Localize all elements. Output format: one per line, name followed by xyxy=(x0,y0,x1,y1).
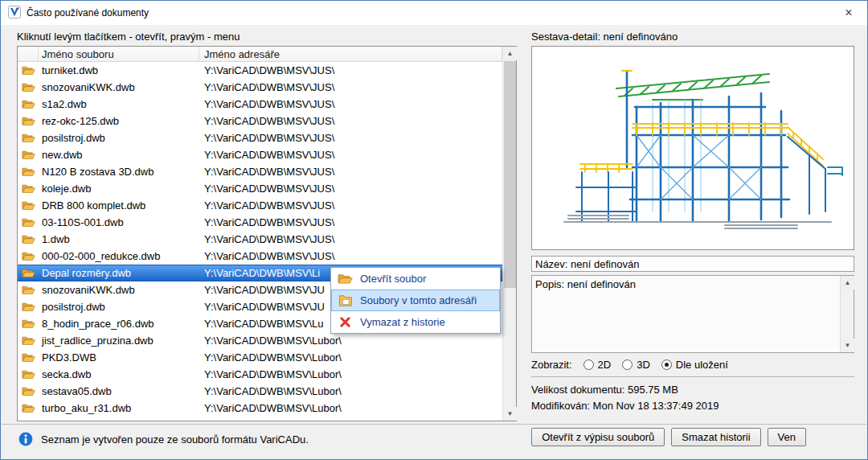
right-separator xyxy=(531,376,854,377)
open-from-file-list-button[interactable]: Otevřít z výpisu souborů xyxy=(531,428,665,446)
folder-icon xyxy=(18,302,39,312)
file-name-cell: koleje.dwb xyxy=(39,183,199,195)
scroll-up-icon[interactable]: ▲ xyxy=(503,47,517,60)
menu-item-open-file[interactable]: Otevřít soubor xyxy=(331,268,500,290)
close-button[interactable]: × xyxy=(830,1,867,25)
scroll-up-icon[interactable]: ▲ xyxy=(841,276,854,290)
model-preview xyxy=(531,46,854,250)
detail-header: Sestava-detail: není definováno xyxy=(531,31,678,43)
table-row[interactable]: 03-110S-001.dwb Y:\VariCAD\DWB\MSV\JUS\ xyxy=(18,214,502,231)
radio-circle-icon xyxy=(661,359,672,370)
dir-name-cell: Y:\VariCAD\DWB\MSV\JUS\ xyxy=(199,233,502,245)
open-folder-icon xyxy=(338,273,353,285)
scrollbar-thumb[interactable] xyxy=(504,61,516,288)
table-row[interactable]: posilstroj.dwb Y:\VariCAD\DWB\MSV\JUS\ xyxy=(18,129,502,146)
radio-circle-icon xyxy=(622,359,633,370)
menu-item-files-in-directory[interactable]: Soubory v tomto adresáři xyxy=(331,290,500,311)
table-row[interactable]: secka.dwb Y:\VariCAD\DWB\MSV\Lubor\ xyxy=(18,366,502,383)
folder-icon xyxy=(18,150,39,160)
info-icon xyxy=(18,432,33,449)
menu-item-label: Otevřít soubor xyxy=(360,273,426,285)
dir-name-cell: Y:\VariCAD\DWB\MSV\Lubor\ xyxy=(199,351,502,363)
folder-icon xyxy=(18,133,39,143)
dir-name-cell: Y:\VariCAD\DWB\MSV\JUS\ xyxy=(199,81,502,93)
table-row[interactable]: DRB 800 komplet.dwb Y:\VariCAD\DWB\MSV\J… xyxy=(18,197,502,214)
description-scrollbar[interactable]: ▲ ▼ xyxy=(840,276,854,352)
dialog-window: Často používané dokumenty × Kliknutí lev… xyxy=(0,0,868,460)
scroll-down-icon[interactable]: ▼ xyxy=(841,339,854,352)
list-hint: Kliknutí levým tlačítkem - otevřít, prav… xyxy=(17,31,240,43)
display-label: Zobrazit: xyxy=(531,359,572,371)
exit-button[interactable]: Ven xyxy=(768,428,806,446)
menu-item-clear-from-history[interactable]: Vymazat z historie xyxy=(331,311,500,333)
display-options: Zobrazit: 2D 3D Dle uložení xyxy=(531,359,728,371)
titlebar[interactable]: Často používané dokumenty × xyxy=(1,1,867,25)
folder-icon xyxy=(18,116,39,126)
dir-column-header[interactable]: Jméno adresáře xyxy=(199,47,502,61)
clear-history-button[interactable]: Smazat historii xyxy=(671,428,760,446)
folder-icon xyxy=(18,82,39,92)
document-size: Velikost dokumentu: 595.75 MB xyxy=(531,384,678,396)
file-name-cell: DRB 800 komplet.dwb xyxy=(39,199,199,212)
dir-name-cell: Y:\VariCAD\DWB\MSV\JUS\ xyxy=(199,132,502,144)
table-row[interactable]: N120 B zostava 3D.dwb Y:\VariCAD\DWB\MSV… xyxy=(18,163,502,180)
dir-name-cell: Y:\VariCAD\DWB\MSV\JUS\ xyxy=(199,183,502,195)
file-name-cell: rez-okc-125.dwb xyxy=(39,115,199,127)
table-row[interactable]: rez-okc-125.dwb Y:\VariCAD\DWB\MSV\JUS\ xyxy=(18,113,502,129)
file-name-cell: 8_hodin_prace_r06.dwb xyxy=(39,318,199,330)
file-name-cell: new.dwb xyxy=(39,149,199,161)
file-name-cell: posilstroj.dwb xyxy=(39,132,199,144)
file-name-cell: turniket.dwb xyxy=(39,64,199,76)
dir-name-cell: Y:\VariCAD\DWB\MSV\JUS\ xyxy=(199,199,502,212)
radio-label: 3D xyxy=(637,359,650,371)
varicad-logo-icon xyxy=(8,6,21,21)
table-row[interactable]: 1.dwb Y:\VariCAD\DWB\MSV\JUS\ xyxy=(18,231,502,248)
table-row[interactable]: turniket.dwb Y:\VariCAD\DWB\MSV\JUS\ xyxy=(18,62,502,79)
folder-icon xyxy=(18,318,39,329)
table-row[interactable]: koleje.dwb Y:\VariCAD\DWB\MSV\JUS\ xyxy=(18,180,502,197)
file-name-cell: 1.dwb xyxy=(39,233,199,245)
radio-3d[interactable]: 3D xyxy=(622,359,650,371)
name-field[interactable]: Název: není definován xyxy=(531,256,854,272)
folder-icon xyxy=(18,217,39,228)
table-row[interactable]: 000-02-000_redukce.dwb Y:\VariCAD\DWB\MS… xyxy=(18,248,502,265)
dir-name-cell: Y:\VariCAD\DWB\MSV\JUS\ xyxy=(199,166,502,178)
dir-name-cell: Y:\VariCAD\DWB\MSV\Lubor\ xyxy=(199,368,502,380)
icon-column-header[interactable] xyxy=(18,47,39,61)
file-name-cell: N120 B zostava 3D.dwb xyxy=(39,166,199,178)
table-row[interactable]: snozovaniKWK.dwb Y:\VariCAD\DWB\MSV\JUS\ xyxy=(18,79,502,96)
folder-icon xyxy=(18,352,39,363)
context-menu: Otevřít soubor Soubory v tomto adresáři … xyxy=(330,267,501,334)
file-column-header[interactable]: Jméno souboru xyxy=(39,47,199,61)
description-text: Popis: není definován xyxy=(535,278,837,290)
table-row[interactable]: sestava05.dwb Y:\VariCAD\DWB\MSV\Lubor\ xyxy=(18,383,502,400)
menu-item-label: Soubory v tomto adresáři xyxy=(360,294,477,306)
dir-name-cell: Y:\VariCAD\DWB\MSV\JUS\ xyxy=(199,149,502,161)
folder-icon xyxy=(18,200,39,211)
table-row[interactable]: s1a2.dwb Y:\VariCAD\DWB\MSV\JUS\ xyxy=(18,96,502,113)
file-name-cell: 000-02-000_redukce.dwb xyxy=(39,250,199,262)
dir-name-cell: Y:\VariCAD\DWB\MSV\JUS\ xyxy=(199,98,502,110)
dir-name-cell: Y:\VariCAD\DWB\MSV\Lubor\ xyxy=(199,335,502,347)
radio-2d[interactable]: 2D xyxy=(583,359,612,371)
table-row[interactable]: turbo_aku_r31.dwb Y:\VariCAD\DWB\MSV\Lub… xyxy=(18,400,502,417)
table-row[interactable]: jist_radlice_pruzina.dwb Y:\VariCAD\DWB\… xyxy=(18,332,502,349)
dir-name-cell: Y:\VariCAD\DWB\MSV\JUS\ xyxy=(199,250,502,262)
folder-icon xyxy=(18,183,39,194)
file-name-cell: secka.dwb xyxy=(39,368,199,380)
folder-icon xyxy=(18,285,39,295)
radio-circle-icon xyxy=(583,359,594,370)
modified-date: Modifikován: Mon Nov 18 13:37:49 2019 xyxy=(531,400,719,412)
file-list: Jméno souboru Jméno adresáře turniket.dw… xyxy=(17,46,517,421)
table-row[interactable]: new.dwb Y:\VariCAD\DWB\MSV\JUS\ xyxy=(18,146,502,163)
radio-label: Dle uložení xyxy=(676,359,728,371)
description-field[interactable]: Popis: není definován ▲ ▼ xyxy=(531,275,854,353)
delete-x-icon xyxy=(338,316,353,328)
table-row[interactable]: PKD3.DWB Y:\VariCAD\DWB\MSV\Lubor\ xyxy=(18,349,502,366)
folder-icon xyxy=(18,99,39,109)
list-scrollbar[interactable]: ▲ ▼ xyxy=(502,47,516,421)
scroll-down-icon[interactable]: ▼ xyxy=(503,407,517,421)
footer-separator xyxy=(2,424,866,425)
folder-icon xyxy=(18,166,39,177)
radio-as-saved[interactable]: Dle uložení xyxy=(661,359,728,371)
